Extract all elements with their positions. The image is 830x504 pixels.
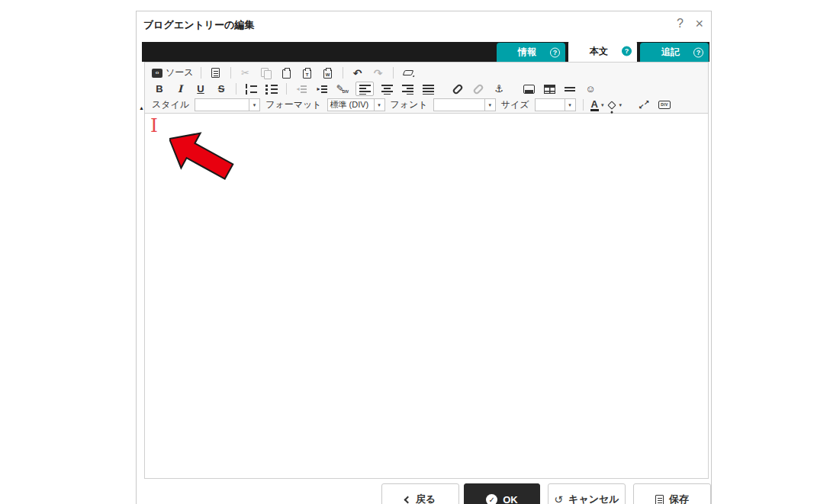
cut-icon[interactable]: ✂ [238,66,253,80]
paint-bucket-icon [608,101,616,109]
maximize-icon[interactable]: ↗ ↙ [636,98,651,112]
outdent-icon[interactable]: ◂ [294,82,309,96]
show-blocks-icon[interactable]: DIV [657,98,672,112]
separator [236,83,236,95]
create-div-icon[interactable]: ✎ DIV [335,82,350,96]
close-icon[interactable]: × [695,16,703,32]
italic-button[interactable]: I [172,82,188,96]
size-dropdown[interactable]: ▾ [535,98,576,111]
red-pointer-arrow [169,131,235,181]
tab-postscript-label: 追記 [661,46,680,59]
justify-icon[interactable] [420,82,436,96]
save-document-icon [655,495,664,504]
style-label: スタイル [152,98,189,111]
tab-postscript[interactable]: 追記 ? [640,43,709,62]
chevron-down-icon[interactable]: ▾ [565,98,576,111]
source-icon: ‹› [152,69,162,78]
numbered-list-icon[interactable] [243,82,259,96]
tab-postscript-help-icon[interactable]: ? [693,47,703,57]
size-label: サイズ [501,98,529,111]
paste-from-word-icon[interactable]: W [320,66,336,80]
edit-blog-entry-dialog: ブログエントリーの編集 ? × 情報 ? 本文 ? 追記 ? ▲ [136,11,712,504]
editor-content-area[interactable]: I [145,114,708,478]
dialog-footer: 戻る ✓ OK ↺ キャンセル 保存 [381,483,711,504]
underline-button[interactable]: U [193,82,208,96]
tab-info-label: 情報 [518,46,536,59]
style-value [195,98,249,111]
tab-body-help-icon[interactable]: ? [622,47,632,56]
copy-icon[interactable] [259,66,274,80]
ok-button[interactable]: ✓ OK [464,483,540,504]
save-button[interactable]: 保存 [633,483,711,504]
remove-format-icon[interactable] [401,66,416,80]
link-icon[interactable] [450,82,465,96]
text-cursor: I [150,116,158,135]
rich-text-editor: ‹› ソース ✂ T W ↶ [144,62,709,479]
separator [393,67,394,79]
tab-bar: 情報 ? 本文 ? 追記 ? [142,42,709,62]
paste-icon[interactable] [279,66,294,80]
separator [230,67,231,79]
font-dropdown[interactable]: ▾ [433,98,496,111]
style-dropdown[interactable]: ▾ [195,98,260,111]
redo-icon[interactable]: ↷ [371,66,386,80]
chevron-down-icon: ▾ [601,102,604,108]
align-center-icon[interactable] [379,82,394,96]
undo-icon[interactable]: ↶ [350,66,365,80]
chevron-down-icon[interactable]: ▾ [485,98,496,111]
paste-as-text-icon[interactable]: T [300,66,315,80]
separator [286,83,287,95]
unlink-icon[interactable] [471,82,486,96]
separator [583,99,584,111]
indent-icon[interactable]: ▸ [314,82,330,96]
format-label: フォーマット [265,98,321,111]
toolbar-row-1: ‹› ソース ✂ T W ↶ [152,65,708,81]
page: ブログエントリーの編集 ? × 情報 ? 本文 ? 追記 ? ▲ [0,0,830,504]
format-value: 標準 (DIV) [327,98,375,111]
tab-group: 情報 ? 本文 ? 追記 ? [497,40,709,62]
source-button[interactable]: ‹› ソース [152,66,194,79]
undo-circle-icon: ↺ [554,494,563,504]
chevron-down-icon: ▾ [619,102,622,108]
size-value [535,98,565,111]
chevron-left-icon [404,496,411,503]
cancel-button[interactable]: ↺ キャンセル [548,483,626,504]
image-icon[interactable] [521,82,536,96]
smiley-icon[interactable]: ☺ [583,82,598,96]
bold-button[interactable]: B [152,82,167,96]
dialog-title: ブログエントリーの編集 [143,18,254,32]
dialog-help-icon[interactable]: ? [677,17,684,30]
align-left-icon[interactable] [355,82,374,96]
background-color-button[interactable]: ▾ [609,102,622,108]
tab-body[interactable]: 本文 ? [568,40,637,62]
separator [343,67,343,79]
tab-info[interactable]: 情報 ? [497,43,565,62]
strikethrough-button[interactable]: S [214,82,229,96]
toolbar-row-2: B I U S ◂ ▸ ✎ [152,81,708,97]
horizontal-rule-icon[interactable] [562,82,577,96]
chevron-down-icon[interactable]: ▾ [375,98,385,111]
toolbar-row-3: スタイル ▾ フォーマット 標準 (DIV) ▾ フォント ▾ [152,97,708,113]
format-dropdown[interactable]: 標準 (DIV) ▾ [327,98,385,111]
font-label: フォント [391,98,428,111]
tab-body-label: 本文 [590,45,608,58]
anchor-icon[interactable]: ⚓ [491,82,507,96]
font-value [433,98,485,111]
text-color-button[interactable]: A ▾ [590,99,604,111]
chevron-down-icon[interactable]: ▾ [249,98,260,111]
align-right-icon[interactable] [400,82,415,96]
check-circle-icon: ✓ [486,494,497,504]
tab-info-help-icon[interactable]: ? [550,47,560,57]
table-icon[interactable] [542,82,557,96]
text-color-icon: A [590,99,599,111]
back-button[interactable]: 戻る [381,483,459,504]
collapse-toolbar-icon[interactable]: ▲ [139,105,144,111]
bulleted-list-icon[interactable] [264,82,279,96]
document-icon [211,68,220,78]
editor-toolbar: ‹› ソース ✂ T W ↶ [145,63,708,114]
new-page-button[interactable] [208,66,224,80]
separator [201,67,201,79]
